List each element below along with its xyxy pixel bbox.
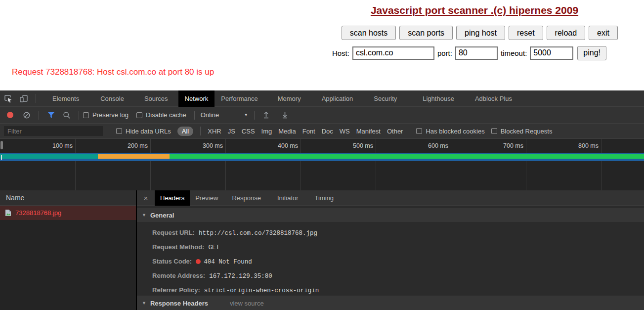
- request-name: 7328818768.jpg: [15, 209, 61, 217]
- details-tab-preview[interactable]: Preview: [190, 190, 223, 206]
- filter-type-css[interactable]: CSS: [242, 128, 255, 135]
- filter-type-xhr[interactable]: XHR: [208, 128, 221, 135]
- blocked-requests-checkbox[interactable]: Blocked Requests: [491, 128, 553, 135]
- scan-hosts-button[interactable]: scan hosts: [342, 26, 396, 40]
- gridline: [601, 139, 601, 190]
- divider: [39, 111, 39, 120]
- gridline: [526, 139, 526, 190]
- devtools-tab-memory[interactable]: Memory: [271, 90, 307, 107]
- view-source-link[interactable]: view source: [230, 300, 264, 307]
- details-tab-response[interactable]: Response: [226, 190, 266, 206]
- general-section-header[interactable]: ▼ General: [137, 208, 644, 222]
- filter-type-js[interactable]: JS: [228, 128, 235, 135]
- gridline: [301, 139, 301, 190]
- divider: [254, 111, 255, 120]
- chevron-down-icon: ▼: [244, 113, 248, 117]
- details-tab-initiator[interactable]: Initiator: [272, 190, 304, 206]
- filter-type-font[interactable]: Font: [302, 128, 315, 135]
- devtools-tab-console[interactable]: Console: [94, 90, 130, 107]
- overview-start-marker: [1, 155, 2, 160]
- filter-funnel-icon[interactable]: [43, 107, 59, 123]
- ping-host-button[interactable]: ping host: [456, 26, 505, 40]
- host-label: Host:: [332, 49, 349, 57]
- network-overview[interactable]: 100 ms 200 ms 300 ms 400 ms 500 ms 600 m…: [0, 139, 644, 190]
- filter-type-other[interactable]: Other: [387, 128, 403, 135]
- search-icon[interactable]: [59, 107, 75, 123]
- port-field[interactable]: [455, 46, 498, 60]
- port-label: port:: [437, 49, 452, 57]
- scan-status-text: Request 7328818768: Host csl.com.co at p…: [12, 67, 214, 77]
- overview-segment-receiving: [170, 154, 644, 159]
- gridline: [376, 139, 376, 190]
- scan-ports-button[interactable]: scan ports: [399, 26, 453, 40]
- tick-label: 700 ms: [454, 142, 523, 149]
- clear-icon[interactable]: [19, 107, 35, 123]
- filter-type-img[interactable]: Img: [261, 128, 272, 135]
- devtools-tab-security[interactable]: Security: [367, 90, 403, 107]
- devtools-tab-elements[interactable]: Elements: [46, 90, 86, 107]
- tick-label: 400 ms: [229, 142, 298, 149]
- devtools-panel: Elements Console Sources Network Perform…: [0, 90, 644, 310]
- has-blocked-cookies-checkbox[interactable]: Has blocked cookies: [416, 128, 484, 135]
- host-field[interactable]: [352, 46, 434, 60]
- preserve-log-checkbox[interactable]: Preserve log: [83, 111, 129, 119]
- hide-data-urls-checkbox[interactable]: Hide data URLs: [116, 128, 171, 135]
- close-icon[interactable]: ×: [137, 194, 155, 202]
- filter-type-doc[interactable]: Doc: [322, 128, 333, 135]
- overview-timeline-bar[interactable]: [0, 153, 644, 161]
- throttling-dropdown[interactable]: Online ▼: [201, 111, 248, 119]
- general-rows: Request URL:http://csl.com.co/7328818768…: [137, 222, 644, 298]
- tick-label: 600 ms: [379, 142, 448, 149]
- response-headers-section-header[interactable]: ▼ Response Headers view source: [137, 296, 644, 310]
- timeout-field[interactable]: [530, 46, 573, 60]
- divider: [200, 127, 201, 135]
- ruler-resize-handle[interactable]: [0, 141, 3, 149]
- exit-button[interactable]: exit: [589, 26, 618, 40]
- device-toolbar-icon[interactable]: [16, 90, 32, 106]
- page-title-link[interactable]: Javascript port scanner .(c) hipernes 20…: [325, 4, 624, 16]
- disable-cache-checkbox[interactable]: Disable cache: [136, 111, 186, 119]
- reload-button[interactable]: reload: [547, 26, 585, 40]
- filter-input[interactable]: [4, 126, 103, 136]
- scanner-button-row: scan hosts scan ports ping host reset re…: [0, 26, 618, 40]
- devtools-tab-application[interactable]: Application: [315, 90, 360, 107]
- divider: [36, 94, 36, 103]
- request-url-row: Request URL:http://csl.com.co/7328818768…: [152, 226, 644, 240]
- import-har-icon[interactable]: [258, 107, 274, 123]
- record-icon[interactable]: [7, 112, 13, 118]
- ping-button[interactable]: ping!: [577, 46, 606, 60]
- devtools-tab-adblock-plus[interactable]: Adblock Plus: [469, 90, 518, 107]
- filter-type-manifest[interactable]: Manifest: [356, 128, 381, 135]
- filter-type-all[interactable]: All: [177, 127, 193, 136]
- disclosure-triangle-icon: ▼: [142, 213, 146, 218]
- overview-border-bottom: [0, 159, 644, 161]
- devtools-tab-network[interactable]: Network: [178, 90, 215, 107]
- tick-label: 200 ms: [79, 142, 148, 149]
- tick-label: 300 ms: [154, 142, 223, 149]
- status-error-dot-icon: [196, 259, 201, 264]
- gridline: [150, 139, 151, 190]
- tick-label: 500 ms: [304, 142, 373, 149]
- tick-label: 100 ms: [3, 142, 73, 149]
- timeout-label: timeout:: [501, 49, 527, 57]
- checkbox-icon: [83, 112, 89, 118]
- reset-button[interactable]: reset: [509, 26, 543, 40]
- network-bottom-split: Name 7328818768.jpg × Headers Preview Re…: [0, 190, 644, 310]
- details-tab-headers[interactable]: Headers: [155, 190, 190, 206]
- devtools-tab-lighthouse[interactable]: Lighthouse: [416, 90, 461, 107]
- inspect-element-icon[interactable]: [0, 90, 16, 106]
- devtools-tab-performance[interactable]: Performance: [215, 90, 264, 107]
- scanner-form-row: Host: port: timeout: ping!: [332, 45, 606, 60]
- devtools-tab-sources[interactable]: Sources: [138, 90, 174, 107]
- details-tab-timing[interactable]: Timing: [309, 190, 340, 206]
- network-toolbar: Preserve log Disable cache Online ▼: [0, 107, 644, 124]
- export-har-icon[interactable]: [277, 107, 293, 123]
- filter-type-ws[interactable]: WS: [340, 128, 350, 135]
- devtools-tabbar: Elements Console Sources Network Perform…: [0, 90, 644, 107]
- name-column-header[interactable]: Name: [0, 190, 136, 206]
- filter-type-media[interactable]: Media: [278, 128, 296, 135]
- gridline: [225, 139, 226, 190]
- divider: [79, 111, 79, 120]
- request-row-selected[interactable]: 7328818768.jpg: [0, 206, 136, 220]
- network-filter-row: Hide data URLs All XHR JS CSS Img Media …: [0, 124, 644, 139]
